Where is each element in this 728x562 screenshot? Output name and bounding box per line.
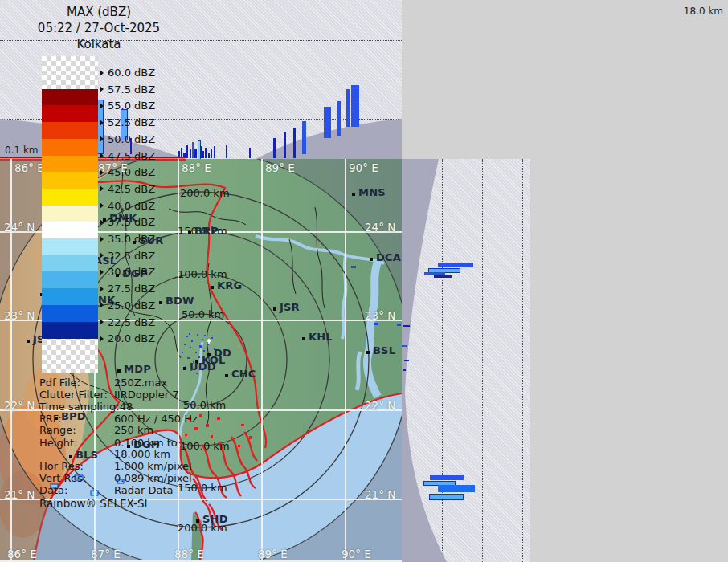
dbz-tick-label: 25.0 dBZ — [108, 299, 155, 312]
metadata-row: PRF:600 Hz / 450 Hz — [39, 413, 196, 425]
dbz-band — [42, 238, 98, 255]
city-label-bdw: BDW — [166, 295, 194, 307]
dbz-band — [42, 122, 98, 139]
city-marker-chc — [225, 374, 228, 377]
echo-profile-bar — [434, 275, 452, 278]
metadata-value: 250Z.max — [114, 377, 167, 389]
longitude-label-bottom: 87° E — [91, 548, 121, 560]
radar-viewer: 18.0 km 0.1 km — [0, 0, 728, 562]
longitude-label-top: 90° E — [349, 161, 378, 174]
range-ring-label: 50.0 km — [182, 308, 224, 320]
city-marker-krg — [211, 286, 214, 289]
station-name: Kolkata — [0, 37, 198, 51]
dbz-tick-label: 20.0 dBZ — [108, 332, 155, 344]
echo-profile-bar — [205, 148, 207, 158]
latitude-label-left: 21° N — [4, 488, 35, 501]
echo-profile-bar — [337, 101, 341, 136]
height-max-label: 18.0 km — [684, 6, 723, 17]
tick-arrow-icon — [100, 70, 104, 76]
metadata-label: PRF: — [39, 413, 62, 425]
tick-arrow-icon — [100, 302, 104, 308]
city-marker-bsl — [366, 351, 370, 354]
product-timestamp: 05:22 / 27-Oct-2025 — [0, 21, 198, 35]
dbz-tick: 55.0 dBZ — [100, 100, 155, 112]
latitude-label-left: 23° N — [4, 309, 35, 322]
dbz-tick-label: 52.5 dBZ — [108, 116, 155, 128]
tick-arrow-icon — [100, 252, 104, 259]
city-label-dca: DCA — [376, 251, 401, 263]
city-marker-mdp — [117, 369, 121, 373]
dbz-tick-label: 27.5 dBZ — [108, 283, 155, 295]
range-ring-label: 100.0 km — [178, 268, 227, 280]
dbz-band — [42, 139, 98, 156]
right-height-profile-panel — [402, 159, 530, 562]
dbz-band — [42, 89, 98, 106]
latitude-label-left: 24° N — [4, 221, 35, 234]
dbz-tick: 22.5 dBZ — [100, 316, 155, 328]
city-marker-bdw — [159, 301, 162, 304]
echo-profile-bar — [214, 146, 215, 158]
echo-profile-bar — [438, 485, 475, 492]
tick-arrow-icon — [100, 86, 104, 92]
echo-profile-bar — [438, 263, 473, 267]
dbz-tick: 60.0 dBZ — [100, 67, 155, 79]
city-marker-jsr — [273, 307, 276, 311]
dbz-band — [42, 222, 98, 238]
tick-arrow-icon — [100, 185, 104, 192]
echo-profile-bar — [226, 145, 227, 158]
city-label-jsr: JSR — [280, 301, 300, 313]
echo-profile-bar — [302, 121, 306, 154]
dbz-tick-label: 57.5 dBZ — [108, 83, 155, 96]
dbz-tick-label: 30.0 dBZ — [108, 266, 155, 278]
latitude-label-right: 24° N — [365, 221, 395, 234]
height-min-label: 0.1 km — [5, 145, 39, 156]
city-label-chc: CHC — [231, 368, 256, 380]
dbz-tick: 35.0 dBZ — [100, 233, 155, 245]
tick-arrow-icon — [100, 136, 104, 142]
city-label-mns: MNS — [358, 186, 386, 198]
longitude-label-top: 89° E — [265, 161, 295, 174]
city-label-bls: BLS — [76, 449, 98, 461]
metadata-row: Pdf File:250Z.max — [39, 377, 196, 389]
latitude-label-right: 22° N — [365, 399, 395, 412]
echo-profile-bar — [211, 149, 212, 158]
dbz-tick: 37.5 dBZ — [100, 216, 155, 228]
longitude-label-bottom: 88° E — [174, 548, 204, 560]
city-marker-jsd — [27, 340, 30, 343]
dbz-tick-label: 50.0 dBZ — [108, 133, 155, 145]
city-label-mdp: MDP — [124, 363, 151, 375]
metadata-value: 0.100 km to — [114, 437, 178, 449]
dbz-tick-label: 40.0 dBZ — [108, 200, 155, 212]
echo-profile-bar — [186, 145, 188, 158]
dbz-band — [42, 271, 98, 288]
dbz-band — [42, 172, 98, 189]
metadata-value: 0.089 km/pixel — [114, 472, 192, 484]
metadata-value: Radar Data — [114, 484, 173, 496]
echo-profile-bar — [190, 149, 191, 158]
echo-profile-bar — [429, 494, 464, 500]
metadata-label: Clutter Filter: — [39, 389, 108, 401]
tick-arrow-icon — [100, 153, 104, 159]
metadata-row: Height:0.100 km to — [39, 437, 196, 449]
metadata-label: Data: — [39, 484, 67, 496]
city-label-udd: UDD — [190, 360, 216, 373]
longitude-label-bottom: 90° E — [342, 548, 371, 560]
metadata-row: Time sampling:48 — [39, 401, 196, 413]
product-title: MAX (dBZ) — [0, 5, 198, 19]
echo-profile-bar — [194, 149, 197, 158]
echo-profile-bar — [404, 360, 409, 361]
dbz-tick-label: 47.5 dBZ — [108, 150, 155, 162]
echo-profile-bar — [346, 89, 350, 127]
city-label-shd: SHD — [202, 513, 228, 525]
longitude-line — [261, 159, 263, 560]
longitude-label-top: 86° E — [14, 161, 44, 174]
tick-arrow-icon — [100, 336, 104, 342]
dbz-tick-label: 55.0 dBZ — [108, 100, 155, 112]
longitude-label-bottom: 86° E — [7, 548, 37, 560]
latitude-label-right: 23° N — [365, 309, 395, 322]
echo-profile-bar — [403, 369, 406, 371]
dbz-tick: 52.5 dBZ — [100, 116, 155, 128]
city-marker-udd — [183, 367, 186, 370]
metadata-value: 1.000 km/pixel — [114, 460, 192, 472]
city-marker-shd — [196, 519, 199, 523]
